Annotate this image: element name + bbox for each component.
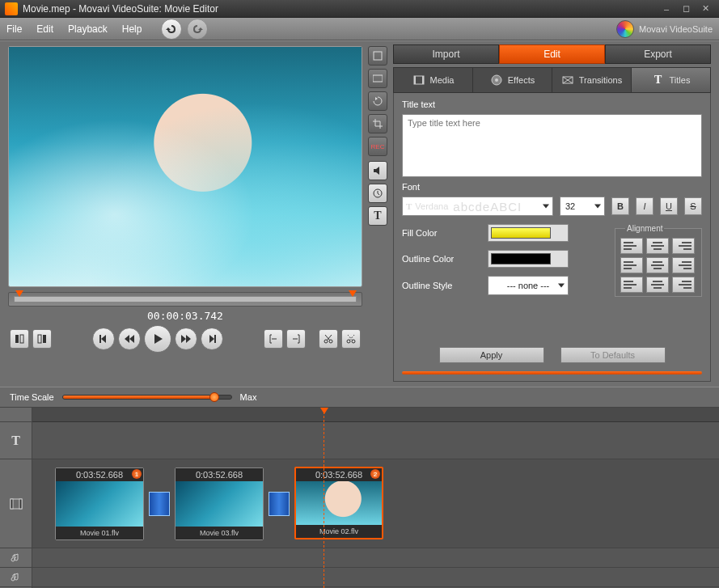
audio-track-2-header[interactable] [0,568,32,587]
rewind-button[interactable] [118,328,141,350]
tab-import[interactable]: Import [393,44,499,64]
align-bot-right[interactable] [672,277,695,293]
scrubber-start-marker[interactable] [15,290,23,297]
titlebar: Movie.mep - Movavi VideoSuite: Movie Edi… [0,0,719,18]
align-top-left[interactable] [620,238,643,254]
font-size-value: 32 [565,201,575,211]
italic-button[interactable]: I [636,197,653,215]
preview-viewport[interactable] [8,46,362,287]
record-button[interactable]: REC [368,137,387,156]
outline-style-label: Outline Style [402,281,480,290]
svg-rect-21 [19,499,22,509]
fill-color-select[interactable] [488,224,569,242]
defaults-button[interactable]: To Defaults [560,347,666,363]
rotate-button[interactable] [368,91,387,111]
timeline-canvas[interactable]: 0:03:52.6681 Movie 01.flv 0:03:52.668 Mo… [32,408,719,588]
video-track-header[interactable] [0,459,32,548]
tab-export[interactable]: Export [605,44,711,64]
outline-color-select[interactable] [488,250,569,268]
scrubber-end-marker[interactable] [349,290,357,297]
menu-help[interactable]: Help [122,23,142,35]
minimize-button[interactable]: – [658,2,675,15]
menu-playback[interactable]: Playback [68,23,108,35]
cut-button[interactable] [319,329,338,349]
audio-track-1-header[interactable] [0,548,32,568]
menu-file[interactable]: File [6,23,22,35]
split-left-button[interactable] [264,329,283,349]
title-text-input[interactable] [402,114,702,177]
aspect-button[interactable] [368,69,387,88]
fullscreen-button[interactable] [368,46,387,66]
play-button[interactable] [144,325,171,353]
clip-1[interactable]: 0:03:52.6681 Movie 01.flv [55,467,144,540]
redo-button[interactable] [187,19,208,40]
align-bot-center[interactable] [646,277,669,293]
film-icon [10,497,23,510]
clip-2-thumb [176,481,263,527]
timescale-max-label: Max [240,392,257,402]
video-track[interactable]: 0:03:52.6681 Movie 01.flv 0:03:52.668 Mo… [32,459,719,548]
title-track[interactable] [32,422,719,459]
clip-2[interactable]: 0:03:52.668 Movie 03.flv [175,467,264,540]
strike-button[interactable]: S [684,197,702,215]
outline-style-select[interactable]: --- none --- [488,276,569,295]
transitions-icon [561,74,574,87]
subtab-titles-label: Titles [670,75,691,85]
scrubber-track[interactable] [8,292,362,307]
align-top-right[interactable] [672,238,695,254]
app-icon [5,2,18,15]
timeline-playhead[interactable] [324,408,324,588]
close-button[interactable]: ✕ [696,2,714,15]
align-mid-left[interactable] [620,257,643,273]
align-top-center[interactable] [646,238,669,254]
tab-edit[interactable]: Edit [499,44,605,64]
align-mid-center[interactable] [646,257,669,273]
split-right-button[interactable] [286,329,306,349]
clip-1-thumb [56,481,143,527]
align-bot-left[interactable] [620,277,643,293]
text-tool-button[interactable]: T [368,206,387,226]
timescale-knob[interactable] [209,392,219,402]
speed-button[interactable] [368,184,387,203]
subtab-titles[interactable]: T Titles [632,68,710,92]
skip-back-icon [99,335,108,343]
audio-track-2[interactable] [32,568,719,587]
clip-2-time: 0:03:52.668 [196,470,243,480]
cut-all-button[interactable] [341,329,361,349]
apply-button[interactable]: Apply [439,347,544,363]
bold-button[interactable]: B [611,197,629,215]
svg-rect-11 [373,75,383,82]
align-mid-right[interactable] [672,257,695,273]
fill-color-label: Fill Color [402,228,480,238]
crop-button[interactable] [368,114,387,133]
transition-2[interactable] [269,492,290,516]
subtab-media[interactable]: Media [394,68,473,92]
prev-frame-button[interactable] [92,328,115,350]
audio-track-1[interactable] [32,548,719,568]
subtab-transitions[interactable]: Transitions [552,68,632,92]
mark-in-button[interactable] [10,329,29,349]
font-size-select[interactable]: 32 [560,197,605,216]
maximize-button[interactable]: ◻ [677,2,695,15]
scissors-dashed-icon [346,334,356,344]
menu-edit[interactable]: Edit [36,23,53,35]
clip-1-name: Movie 01.flv [56,527,143,539]
title-track-header[interactable]: T [0,422,32,459]
forward-button[interactable] [175,328,197,350]
mark-out-button[interactable] [32,329,52,349]
mute-button[interactable] [368,161,387,180]
font-family-select[interactable]: T Verdana abcdeABCI [402,197,553,216]
next-frame-button[interactable] [201,328,223,350]
rewind-icon [125,335,134,343]
undo-button[interactable] [161,19,182,40]
brand-icon [616,20,634,38]
timeline-ruler[interactable] [32,408,719,422]
underline-button[interactable]: U [660,197,678,215]
clip-3[interactable]: 0:03:52.6682 Movie 02.flv [294,467,383,539]
timescale-slider[interactable] [62,395,232,400]
effects-icon [490,74,503,87]
chevron-down-icon [543,205,549,209]
subtab-effects[interactable]: Effects [473,68,552,92]
timeline: T 0:03:52.6681 Movie 01.flv 0:03:52.668 [0,408,719,588]
transition-1[interactable] [149,492,170,516]
